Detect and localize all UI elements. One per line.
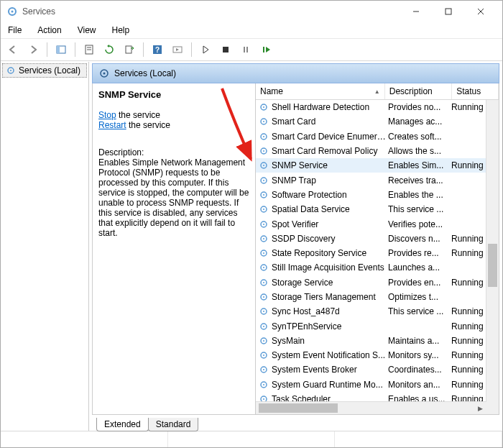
menu-file[interactable]: File xyxy=(5,24,24,37)
service-row[interactable]: State Repository ServiceProvides re...Ru… xyxy=(256,246,499,260)
col-header-status[interactable]: Status xyxy=(452,83,499,99)
restart-service-button[interactable] xyxy=(257,40,275,59)
service-description: Monitors an... xyxy=(388,380,451,390)
hscroll-right-icon[interactable]: ▶ xyxy=(474,402,486,414)
hscroll-thumb[interactable] xyxy=(259,403,338,413)
svg-point-64 xyxy=(263,398,264,400)
service-name: Smart Card Removal Policy xyxy=(270,146,388,156)
gear-icon xyxy=(259,321,270,332)
scroll-corner xyxy=(486,402,499,414)
svg-rect-15 xyxy=(223,47,229,52)
tab-extended[interactable]: Extended xyxy=(96,418,149,431)
service-row[interactable]: SSDP DiscoveryDiscovers n...Running xyxy=(256,232,499,246)
restart-suffix: the service xyxy=(126,120,170,130)
tab-standard[interactable]: Standard xyxy=(148,418,199,431)
stop-service-button[interactable] xyxy=(216,40,235,59)
minimize-button[interactable] xyxy=(400,1,432,22)
service-row[interactable]: System Events BrokerCoordinates...Runnin… xyxy=(256,362,499,377)
service-row[interactable]: Storage ServiceProvides en...Running xyxy=(256,275,499,290)
pause-service-button[interactable] xyxy=(236,40,255,59)
services-window: Services File Action View Help ? xyxy=(0,0,503,448)
gear-icon xyxy=(6,65,16,76)
right-pane: Services (Local) SNMP Service Stop the s… xyxy=(89,62,502,431)
svg-point-34 xyxy=(263,180,264,181)
gear-icon xyxy=(259,234,270,244)
forward-button[interactable] xyxy=(24,40,42,59)
vertical-scrollbar[interactable] xyxy=(486,100,499,402)
properties-button[interactable] xyxy=(80,40,98,59)
svg-point-54 xyxy=(263,326,264,327)
gear-icon xyxy=(259,190,270,200)
tree-root-label: Services (Local) xyxy=(19,65,80,76)
stop-suffix: the service xyxy=(116,110,160,120)
col-header-name[interactable]: Name▲ xyxy=(256,83,385,99)
svg-point-22 xyxy=(103,73,106,75)
service-description: Maintains a... xyxy=(388,336,451,346)
service-row[interactable]: SynTPEnhServiceRunning xyxy=(256,319,499,333)
show-hide-tree-button[interactable] xyxy=(52,40,70,59)
service-row[interactable]: Spatial Data ServiceThis service ... xyxy=(256,202,499,216)
service-name: SSDP Discovery xyxy=(270,234,388,244)
restart-link[interactable]: Restart xyxy=(98,120,126,130)
service-description: Receives tra... xyxy=(388,175,451,186)
help-button[interactable]: ? xyxy=(148,40,167,59)
maximize-button[interactable] xyxy=(432,1,464,22)
service-row[interactable]: Spot VerifierVerifies pote... xyxy=(256,216,499,231)
service-row[interactable]: Smart Card Removal PolicyAllows the s... xyxy=(256,144,499,158)
svg-point-52 xyxy=(263,311,264,312)
svg-point-50 xyxy=(263,296,264,298)
gear-icon xyxy=(259,248,270,258)
svg-text:?: ? xyxy=(155,46,160,54)
svg-point-62 xyxy=(263,384,264,385)
horizontal-scrollbar[interactable]: ◀ ▶ xyxy=(256,401,486,414)
svg-point-44 xyxy=(263,252,264,254)
statusbar xyxy=(1,431,502,447)
service-row[interactable]: SNMP TrapReceives tra... xyxy=(256,173,499,187)
col-header-description[interactable]: Description xyxy=(385,83,453,99)
service-name: Smart Card xyxy=(270,116,388,127)
svg-point-38 xyxy=(263,209,264,210)
back-button[interactable] xyxy=(4,40,22,59)
service-row[interactable]: SNMP ServiceEnables Sim...Running xyxy=(256,158,499,173)
service-row[interactable]: System Guard Runtime Mo...Monitors an...… xyxy=(256,378,499,392)
start-service-button[interactable] xyxy=(196,40,215,59)
service-status: Running xyxy=(451,102,490,112)
service-row[interactable]: Storage Tiers ManagementOptimizes t... xyxy=(256,290,499,304)
svg-point-28 xyxy=(263,136,264,137)
service-name: Spot Verifier xyxy=(270,219,388,229)
service-status: Running xyxy=(451,365,490,375)
service-name: SNMP Trap xyxy=(270,175,388,186)
service-row[interactable]: Software ProtectionEnables the ... xyxy=(256,188,499,202)
menu-view[interactable]: View xyxy=(75,24,99,37)
tree-root-item[interactable]: Services (Local) xyxy=(2,63,87,78)
gear-icon xyxy=(259,116,270,127)
close-button[interactable] xyxy=(464,1,497,22)
list-body: Shell Hardware DetectionProvides no...Ru… xyxy=(256,100,499,414)
stop-link[interactable]: Stop xyxy=(98,110,116,120)
service-row[interactable]: Smart Card Device Enumera...Creates soft… xyxy=(256,129,499,144)
service-name: System Event Notification S... xyxy=(270,350,388,360)
service-row[interactable]: Sync Host_a487dThis service ...Running xyxy=(256,304,499,319)
export-button[interactable] xyxy=(120,40,139,59)
menu-action[interactable]: Action xyxy=(34,24,64,37)
refresh-button[interactable] xyxy=(100,40,119,59)
service-row[interactable]: System Event Notification S...Monitors s… xyxy=(256,348,499,362)
svg-point-46 xyxy=(263,267,264,268)
service-row[interactable]: Smart CardManages ac... xyxy=(256,114,499,129)
service-name: Software Protection xyxy=(270,190,388,200)
service-name: Shell Hardware Detection xyxy=(270,102,388,112)
service-description: Provides re... xyxy=(388,248,451,258)
service-row[interactable]: Shell Hardware DetectionProvides no...Ru… xyxy=(256,100,499,114)
service-description: Provides no... xyxy=(388,102,451,112)
svg-point-48 xyxy=(263,282,264,283)
service-row[interactable]: SysMainMaintains a...Running xyxy=(256,334,499,348)
menu-help[interactable]: Help xyxy=(109,24,133,37)
svg-rect-16 xyxy=(244,47,245,52)
vscroll-thumb[interactable] xyxy=(488,244,497,287)
gear-icon xyxy=(259,350,270,360)
action-button[interactable] xyxy=(168,40,187,59)
service-row[interactable]: Still Image Acquisition EventsLaunches a… xyxy=(256,260,499,275)
service-description: Monitors sy... xyxy=(388,350,451,360)
gear-icon xyxy=(98,68,110,79)
window-title: Services xyxy=(22,6,400,17)
